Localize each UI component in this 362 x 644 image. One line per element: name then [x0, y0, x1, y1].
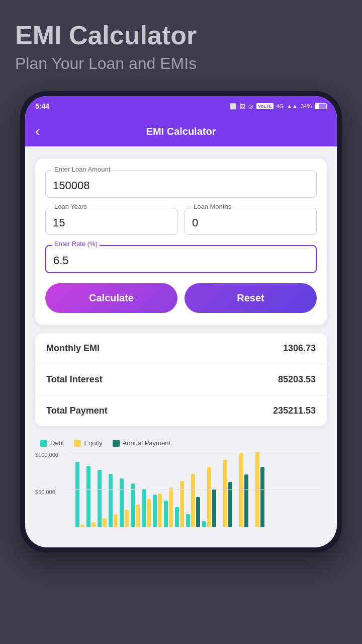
calculate-button[interactable]: Calculate — [45, 283, 177, 313]
legend-equity: Equity — [74, 439, 102, 447]
bar-group — [234, 453, 248, 527]
bar-debt — [86, 466, 90, 527]
bar-annual — [244, 474, 248, 527]
bar-equity — [191, 474, 195, 527]
chart-legend: Debt Equity Annual Payment — [35, 434, 327, 447]
bar-group — [218, 460, 232, 527]
bar-group — [75, 462, 84, 527]
annual-color-icon — [113, 440, 120, 447]
loan-amount-label: Enter Loan Amount — [52, 166, 112, 173]
bar-debt — [75, 462, 79, 527]
bar-group — [142, 489, 151, 527]
total-interest-label: Total Interest — [46, 374, 103, 385]
loan-years-group: Loan Years — [45, 208, 177, 235]
equity-color-icon — [74, 440, 81, 447]
legend-debt: Debt — [40, 439, 64, 447]
signal-icon: ▲▲ — [287, 103, 298, 109]
status-time: 5:44 — [35, 102, 49, 110]
bar-equity — [255, 452, 259, 527]
bar-equity — [158, 494, 162, 527]
volte-badge: VoLTE — [256, 103, 273, 109]
debt-label: Debt — [50, 439, 64, 447]
bar-debt — [142, 489, 146, 527]
loan-years-input[interactable] — [45, 208, 177, 235]
bar-annual — [196, 497, 200, 527]
loan-years-label: Loan Years — [52, 203, 89, 210]
bar-group — [202, 467, 216, 527]
y-label-100k: $100,000 — [35, 452, 58, 458]
bar-group — [120, 478, 129, 527]
loan-months-group: Loan Months — [185, 208, 317, 235]
network-icon: 4G — [277, 103, 284, 109]
total-interest-row: Total Interest 85203.53 — [35, 364, 327, 395]
chart-bars — [75, 452, 322, 527]
results-table: Monthly EMI 1306.73 Total Interest 85203… — [35, 333, 327, 426]
legend-annual: Annual Payment — [113, 439, 170, 447]
loan-amount-group: Enter Loan Amount — [45, 171, 317, 198]
bar-debt — [153, 495, 157, 527]
bar-debt — [131, 484, 135, 527]
record-icon: ◎ — [248, 103, 253, 110]
loan-amount-input[interactable] — [45, 171, 317, 198]
rate-group: Enter Rate (%) — [45, 245, 317, 273]
grid-line-top — [70, 452, 322, 452]
bar-group — [164, 488, 173, 527]
bar-group — [250, 452, 264, 527]
bar-equity — [92, 522, 96, 527]
phone-inner: 5:44 ⬜ 🖼 ◎ VoLTE 4G ▲▲ 34% ‹ EMI Calcula… — [25, 96, 337, 547]
battery-icon — [315, 103, 327, 109]
phone-frame: 5:44 ⬜ 🖼 ◎ VoLTE 4G ▲▲ 34% ‹ EMI Calcula… — [20, 91, 342, 552]
status-icons: ⬜ 🖼 ◎ VoLTE 4G ▲▲ 34% — [230, 103, 327, 110]
app-bar-title: EMI Calculator — [146, 126, 216, 137]
rate-label: Enter Rate (%) — [52, 240, 100, 248]
bar-equity — [136, 505, 140, 527]
monthly-emi-value: 1306.73 — [283, 343, 316, 354]
bar-debt — [120, 478, 124, 527]
bar-equity — [207, 467, 211, 527]
total-payment-label: Total Payment — [46, 406, 108, 416]
bar-equity — [114, 514, 118, 527]
bar-annual — [260, 467, 264, 527]
bar-annual — [212, 490, 216, 527]
equity-label: Equity — [84, 439, 102, 447]
monthly-emi-label: Monthly EMI — [46, 343, 100, 354]
bar-debt — [109, 474, 113, 527]
bar-debt — [202, 521, 206, 527]
bar-group — [98, 470, 107, 527]
bar-group — [153, 494, 162, 527]
monthly-emi-row: Monthly EMI 1306.73 — [35, 333, 327, 364]
annual-label: Annual Payment — [123, 439, 170, 447]
bar-group — [131, 484, 140, 527]
debt-color-icon — [40, 440, 47, 447]
app-bar: ‹ EMI Calculator — [25, 116, 337, 146]
total-payment-row: Total Payment 235211.53 — [35, 395, 327, 426]
app-title: EMI Calculator — [15, 20, 197, 50]
back-button[interactable]: ‹ — [35, 123, 40, 139]
bar-group — [86, 466, 96, 527]
button-row: Calculate Reset — [45, 283, 317, 313]
bar-equity — [103, 518, 107, 527]
screen-icon: ⬜ — [230, 103, 237, 110]
app-subtitle: Plan Your Loan and EMIs — [15, 54, 197, 73]
chart-area: $100,000 $50,000 — [35, 447, 327, 537]
status-bar: 5:44 ⬜ 🖼 ◎ VoLTE 4G ▲▲ 34% — [25, 96, 337, 116]
bar-group — [186, 474, 200, 527]
bar-debt — [175, 507, 179, 527]
loan-months-input[interactable] — [185, 208, 317, 235]
bar-group — [109, 474, 118, 527]
bar-debt — [186, 514, 190, 527]
y-label-50k: $50,000 — [35, 489, 55, 495]
bar-equity — [125, 510, 129, 527]
loan-months-label: Loan Months — [192, 203, 233, 210]
bar-equity — [147, 499, 151, 527]
total-payment-value: 235211.53 — [273, 406, 316, 416]
bar-equity — [180, 481, 184, 527]
reset-button[interactable]: Reset — [185, 283, 317, 313]
rate-input[interactable] — [45, 245, 317, 273]
bar-equity — [169, 488, 173, 527]
bar-debt — [164, 501, 168, 527]
input-card: Enter Loan Amount Loan Years Loan Months — [35, 158, 327, 325]
bar-group — [175, 481, 184, 527]
bar-equity — [239, 453, 243, 527]
main-content: Enter Loan Amount Loan Years Loan Months — [25, 146, 337, 547]
